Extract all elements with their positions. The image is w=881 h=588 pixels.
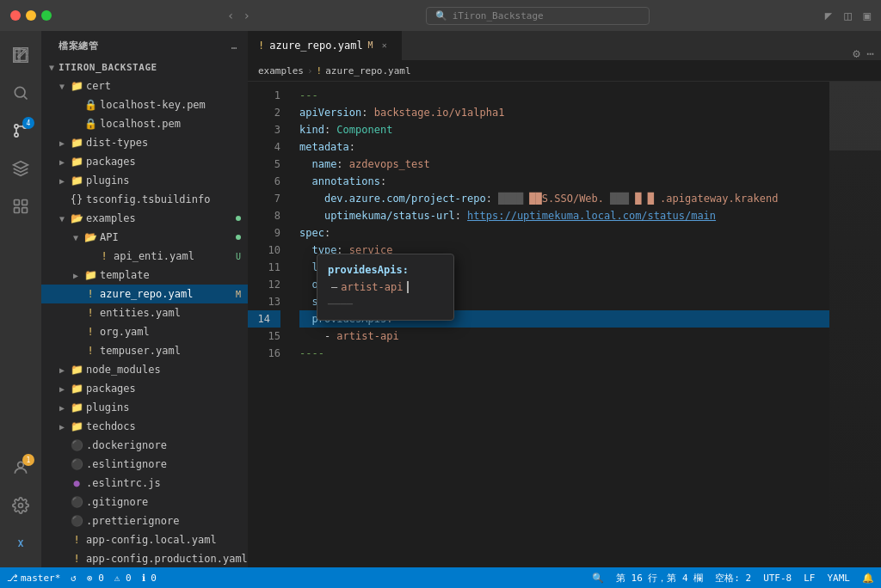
tree-item-tempuser[interactable]: ! tempuser.yaml (41, 341, 248, 360)
editor-more-icon[interactable]: ⋯ (867, 46, 874, 60)
close-button[interactable] (10, 10, 21, 21)
folder-icon8: 📁 (83, 269, 98, 281)
status-errors[interactable]: ⊗ 0 (87, 573, 104, 584)
tree-item-app-config-prod[interactable]: ! app-config.production.yaml (41, 549, 248, 567)
breadcrumb-sep1: › (307, 65, 313, 77)
split-icon[interactable]: ◫ (844, 9, 851, 22)
folder-icon3: 📁 (69, 137, 84, 149)
tab-close-button[interactable]: ✕ (379, 40, 391, 52)
source-control-badge: 4 (22, 117, 34, 129)
tree-item-dockerignore[interactable]: ⚫ .dockerignore (41, 436, 248, 455)
api-label: API (100, 231, 236, 243)
tree-item-examples[interactable]: ▼ 📂 examples (41, 209, 248, 228)
activity-accounts[interactable]: 1 (3, 450, 38, 485)
plugins-label: plugins (86, 175, 248, 187)
status-language[interactable]: YAML (828, 573, 851, 584)
tree-item-dist-types[interactable]: ▶ 📁 dist-types (41, 133, 248, 152)
packages-label: packages (86, 156, 248, 168)
popup-dash: – (331, 279, 337, 296)
tsconfig-label: tsconfig.tsbuildinfo (86, 193, 248, 205)
tree-item-techdocs[interactable]: ▶ 📁 techdocs (41, 417, 248, 436)
code-line-3: kind: Component (299, 121, 829, 138)
tree-item-gitignore[interactable]: ⚫ .gitignore (41, 493, 248, 511)
tree-item-cert[interactable]: ▼ 📁 cert (41, 77, 248, 95)
layout-icon[interactable]: ◤ (825, 9, 832, 22)
tree-item-app-config-local[interactable]: ! app-config.local.yaml (41, 530, 248, 549)
code-line-15: - artist-api (299, 328, 829, 345)
status-position[interactable]: 第 16 行，第 4 欄 (616, 572, 703, 585)
sidebar: 檔案總管 … ▼ ITIRON_BACKSTAGE ▼ 📁 cert (41, 31, 248, 567)
new-file-icon[interactable]: … (231, 40, 237, 52)
tree-item-org[interactable]: ! org.yaml (41, 322, 248, 341)
status-branch[interactable]: ⎇ master* (7, 573, 60, 584)
tree-item-localhost-pem[interactable]: 🔒 localhost.pem (41, 114, 248, 133)
git-icon: ⚫ (69, 496, 84, 508)
file-icon: ⚫ (69, 439, 84, 451)
breadcrumb-filename[interactable]: azure_repo.yaml (325, 65, 410, 77)
tree-item-entities[interactable]: ! entities.yaml (41, 303, 248, 322)
api-enti-label: api_enti.yaml (114, 250, 236, 262)
svg-rect-8 (22, 208, 28, 213)
breadcrumb-examples[interactable]: examples (258, 65, 304, 77)
activity-source-control[interactable]: 4 (3, 113, 38, 148)
packages-bottom-label: packages (86, 383, 248, 395)
panel-icon[interactable]: ▣ (864, 9, 871, 22)
activity-extensions[interactable] (3, 189, 38, 224)
minimap (829, 82, 881, 567)
org-label: org.yaml (100, 326, 248, 338)
folder-icon: 📁 (69, 80, 84, 92)
activity-settings[interactable] (3, 488, 38, 523)
code-editor[interactable]: --- apiVersion: backstage.io/v1alpha1 ki… (291, 82, 829, 567)
tree-item-localhost-key[interactable]: 🔒 localhost-key.pem (41, 95, 248, 114)
template-label: template (100, 269, 248, 281)
tree-item-api-enti[interactable]: ! api_enti.yaml U (41, 247, 248, 266)
tree-item-plugins[interactable]: ▶ 📁 plugins (41, 171, 248, 190)
activity-explorer[interactable] (3, 38, 38, 72)
minimap-slider[interactable] (829, 82, 881, 150)
gitignore-label: .gitignore (86, 496, 248, 508)
status-warnings[interactable]: ⚠ 0 (114, 573, 132, 584)
tree-item-plugins-bottom[interactable]: ▶ 📁 plugins (41, 398, 248, 417)
warnings-label: ⚠ 0 (114, 573, 132, 584)
status-line-ending[interactable]: LF (804, 573, 815, 584)
tree-item-packages-top[interactable]: ▶ 📁 packages (41, 152, 248, 171)
tree-item-tsconfig[interactable]: {} tsconfig.tsbuildinfo (41, 190, 248, 209)
tree-root[interactable]: ▼ ITIRON_BACKSTAGE (41, 58, 248, 77)
status-encoding[interactable]: UTF-8 (763, 573, 792, 584)
tree-item-packages-bottom[interactable]: ▶ 📁 packages (41, 379, 248, 398)
status-left: ⎇ master* ↺ ⊗ 0 ⚠ 0 ℹ 0 (7, 573, 157, 584)
activity-x-indicator[interactable]: X (3, 526, 38, 560)
modified-dot (236, 216, 241, 221)
yaml-icon5: ! (83, 345, 98, 357)
activity-run[interactable] (3, 151, 38, 186)
tree-item-eslintrc[interactable]: ● .eslintrc.js (41, 474, 248, 493)
global-search[interactable]: 🔍 iTiron_Backstage (426, 7, 650, 25)
tree-item-eslintignore[interactable]: ⚫ .eslintignore (41, 455, 248, 474)
status-spaces[interactable]: 空格: 2 (715, 572, 751, 585)
tree-item-template[interactable]: ▶ 📁 template (41, 266, 248, 285)
azure-repo-label: azure_repo.yaml (100, 288, 236, 300)
status-info[interactable]: ℹ 0 (142, 573, 157, 584)
status-bell[interactable]: 🔔 (862, 573, 874, 584)
tab-azure-repo[interactable]: ! azure_repo.yaml M ✕ (248, 31, 402, 60)
svg-point-1 (15, 87, 25, 97)
nav-back-icon[interactable]: ‹ (227, 9, 234, 22)
tree-item-prettierignore[interactable]: ⚫ .prettierignore (41, 511, 248, 530)
sidebar-title: 檔案總管 (59, 40, 98, 52)
line-numbers: 1 2 3 4 5 6 7 8 9 10 11 12 13 14 15 16 (248, 82, 291, 567)
tree-item-api[interactable]: ▼ 📂 API (41, 228, 248, 247)
status-search[interactable]: 🔍 (592, 573, 604, 584)
nav-forward-icon[interactable]: › (243, 9, 250, 22)
tree-item-node-modules[interactable]: ▶ 📁 node_modules (41, 360, 248, 379)
activity-search[interactable] (3, 76, 38, 110)
lock-icon2: 🔒 (83, 118, 98, 130)
popup-line-1: providesApis: (328, 261, 443, 279)
maximize-button[interactable] (41, 10, 52, 21)
activity-bar: 4 1 X (0, 31, 41, 567)
code-line-9: spec: (299, 224, 829, 242)
minimize-button[interactable] (26, 10, 36, 21)
status-sync[interactable]: ↺ (71, 573, 77, 584)
editor-settings-icon[interactable]: ⚙ (853, 46, 859, 60)
tree-item-azure-repo[interactable]: ! azure_repo.yaml M (41, 285, 248, 303)
svg-rect-6 (22, 200, 28, 205)
